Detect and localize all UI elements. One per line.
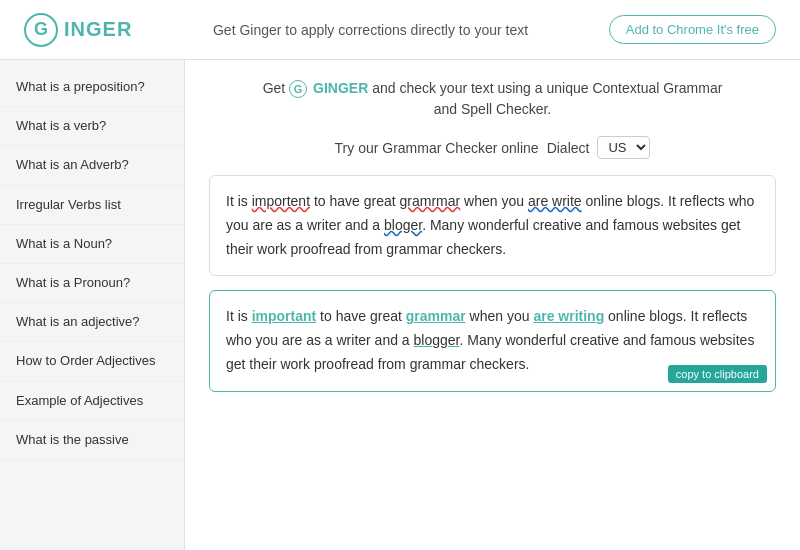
sidebar-item[interactable]: What is the passive: [0, 421, 184, 460]
dialect-label: Dialect: [547, 140, 590, 156]
corr-pre: It is: [226, 308, 252, 324]
error-are-write: are write: [528, 193, 582, 209]
promo-text-3: and Spell Checker.: [434, 101, 552, 117]
copy-clipboard-button[interactable]: copy to clipboard: [668, 365, 767, 383]
sidebar-item[interactable]: What is a verb?: [0, 107, 184, 146]
grammar-checker-label: Try our Grammar Checker online: [335, 140, 539, 156]
header-tagline: Get Ginger to apply corrections directly…: [213, 22, 528, 38]
corrected-are-writing: are writing: [533, 308, 604, 324]
corr-mid1: to have great: [316, 308, 406, 324]
sidebar: What is a preposition?What is a verb?Wha…: [0, 60, 185, 550]
sidebar-item[interactable]: How to Order Adjectives: [0, 342, 184, 381]
promo-text-1: Get: [263, 80, 289, 96]
sidebar-item[interactable]: What is a Pronoun?: [0, 264, 184, 303]
corrected-grammar: grammar: [406, 308, 466, 324]
ginger-brand-name: GINGER: [313, 80, 368, 96]
error-bloger: bloger: [384, 217, 422, 233]
sidebar-item[interactable]: What is an adjective?: [0, 303, 184, 342]
corr-mid2: when you: [466, 308, 534, 324]
sidebar-item[interactable]: Irregular Verbs list: [0, 186, 184, 225]
sidebar-item[interactable]: What is a preposition?: [0, 68, 184, 107]
ginger-logo-small: G: [289, 80, 307, 98]
header: G INGER Get Ginger to apply corrections …: [0, 0, 800, 60]
sidebar-item[interactable]: What is a Noun?: [0, 225, 184, 264]
add-chrome-button[interactable]: Add to Chrome It's free: [609, 15, 776, 44]
content-area: Get G GINGER and check your text using a…: [185, 60, 800, 550]
orig-mid1: to have great: [310, 193, 400, 209]
logo-area: G INGER: [24, 13, 132, 47]
error-importent: importent: [252, 193, 310, 209]
grammar-checker-row: Try our Grammar Checker online Dialect U…: [209, 136, 776, 159]
orig-mid2: when you: [460, 193, 528, 209]
promo-text-2: and check your text using a unique Conte…: [372, 80, 722, 96]
corrected-text-box: It is important to have great grammar wh…: [209, 290, 776, 391]
error-gramrmar: gramrmar: [400, 193, 461, 209]
original-text-box: It is importent to have great gramrmar w…: [209, 175, 776, 276]
logo-text: INGER: [64, 18, 132, 41]
logo-icon: G: [24, 13, 58, 47]
corrected-blogger: blogger: [414, 332, 460, 348]
corrected-important: important: [252, 308, 317, 324]
sidebar-item[interactable]: What is an Adverb?: [0, 146, 184, 185]
promo-banner: Get G GINGER and check your text using a…: [209, 78, 776, 120]
orig-pre: It is: [226, 193, 252, 209]
dialect-select[interactable]: US UK: [597, 136, 650, 159]
sidebar-item[interactable]: Example of Adjectives: [0, 382, 184, 421]
main-layout: What is a preposition?What is a verb?Wha…: [0, 60, 800, 550]
